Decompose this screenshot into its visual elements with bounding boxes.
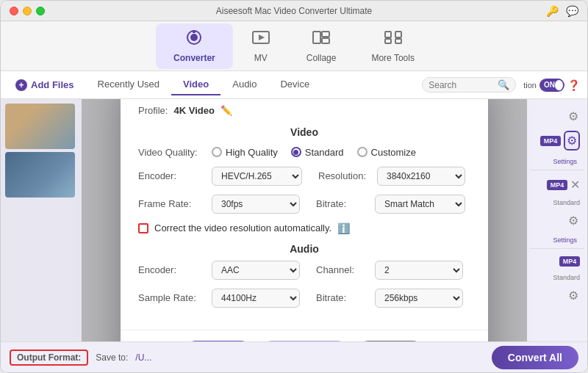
- right-gear-2: ⚙: [530, 284, 584, 307]
- right-row-0: ⚙: [530, 105, 584, 128]
- search-icon: 🔍: [498, 79, 509, 90]
- add-files-button[interactable]: + Add Files: [8, 76, 82, 94]
- toggle-knob: [555, 80, 563, 90]
- help-icon: ❓: [567, 79, 580, 91]
- profile-value: 4K Video: [173, 105, 214, 116]
- audio-bitrate-label: Bitrate:: [316, 292, 368, 303]
- samplerate-bitrate-row: Sample Rate: 44100Hz 22050Hz Bitrate: 25…: [138, 289, 470, 308]
- converter-icon: [184, 29, 204, 50]
- radio-high-quality[interactable]: High Quality: [212, 147, 278, 158]
- quality-label: Video Quality:: [138, 147, 204, 158]
- radio-high-circle: [212, 147, 222, 157]
- search-box: 🔍: [422, 77, 516, 93]
- format-badge-2: MP4: [559, 256, 580, 267]
- traffic-lights: [10, 7, 45, 15]
- gear-btn-highlighted[interactable]: ⚙: [564, 131, 580, 151]
- collage-icon: [311, 29, 331, 50]
- encoder-select[interactable]: HEVC/H.265 H.264: [212, 167, 302, 186]
- right-row-2: MP4: [530, 253, 584, 269]
- quality-row: Video Quality: High Quality: [138, 147, 470, 158]
- x-btn-1[interactable]: ✕: [570, 178, 580, 192]
- message-icon: 💬: [566, 5, 578, 17]
- radio-standard-circle: [291, 147, 301, 157]
- title-icons: 🔑 💬: [546, 5, 578, 17]
- right-format-0: MP4 ⚙: [530, 128, 584, 153]
- close-button[interactable]: [10, 7, 18, 15]
- output-format-label: Output Format:: [17, 352, 81, 363]
- samplerate-select[interactable]: 44100Hz 22050Hz: [212, 289, 300, 308]
- modal-body: Profile: 4K Video ✏️ Video Video Quality…: [121, 99, 488, 330]
- save-to-label: Save to:: [96, 352, 128, 363]
- more-tools-icon: [383, 29, 404, 50]
- modal-overlay: Edit Profile Profile: 4K Video ✏️ Video: [82, 99, 527, 341]
- settings-link-1[interactable]: Settings: [553, 236, 580, 244]
- tab-recently-used[interactable]: Recently Used: [86, 74, 172, 95]
- checkbox-label: Correct the video resolution automatical…: [154, 222, 331, 233]
- audio-bitrate-select[interactable]: 256kbps 128kbps: [375, 289, 463, 308]
- toolbar-more-tools[interactable]: More Tools: [354, 23, 431, 69]
- radio-customize[interactable]: Customize: [357, 147, 416, 158]
- toolbar-collage[interactable]: Collage: [289, 23, 354, 69]
- convert-all-button[interactable]: Convert All: [492, 346, 578, 369]
- tab-audio[interactable]: Audio: [220, 74, 268, 95]
- thumbnail-1[interactable]: [5, 104, 75, 149]
- mv-label: MV: [254, 53, 268, 63]
- framerate-label: Frame Rate:: [138, 198, 204, 209]
- thumbnail-2[interactable]: [5, 152, 75, 198]
- encoder-label: Encoder:: [138, 170, 204, 181]
- right-panel: ⚙ MP4 ⚙ Settings MP4 ✕ Standard ⚙ Settin…: [527, 99, 587, 341]
- tab-video[interactable]: Video: [171, 74, 220, 95]
- standard-label-1: Standard: [553, 199, 580, 206]
- app-window: Aiseesoft Mac Video Converter Ultimate 🔑…: [0, 0, 588, 373]
- create-new-button[interactable]: Create New: [261, 341, 348, 342]
- audio-section-title: Audio: [138, 243, 470, 255]
- resolution-select[interactable]: 3840x2160 1920x1080: [377, 167, 465, 186]
- resolution-label: Resolution:: [318, 170, 370, 181]
- window-title: Aiseesoft Mac Video Converter Ultimate: [216, 6, 373, 16]
- accel-toggle[interactable]: tion ON ❓: [523, 79, 580, 92]
- tab-bar: + Add Files Recently Used Video Audio De…: [1, 71, 587, 99]
- profile-row: Profile: 4K Video ✏️: [138, 105, 470, 116]
- modal-footer: Default Create New Cancel: [121, 330, 488, 342]
- search-input[interactable]: [429, 80, 495, 90]
- add-files-label: Add Files: [31, 79, 74, 90]
- center-content: ➡ Edit Profile Profile: 4K Video ✏️: [82, 99, 527, 341]
- auto-correct-checkbox[interactable]: [138, 223, 148, 233]
- radio-customize-circle: [357, 147, 368, 157]
- toolbar-converter[interactable]: Converter: [156, 23, 233, 69]
- gear-btn-1[interactable]: ⚙: [567, 212, 580, 229]
- audio-encoder-row: Encoder: AAC MP3 Channel: 2 1: [138, 261, 470, 280]
- toggle-on-label: ON: [544, 81, 555, 89]
- svg-marker-4: [259, 35, 265, 40]
- settings-link-0[interactable]: Settings: [553, 158, 580, 165]
- gear-btn-2[interactable]: ⚙: [567, 287, 580, 304]
- save-path: /U...: [135, 352, 151, 363]
- tab-device[interactable]: Device: [268, 74, 321, 95]
- left-panel: [1, 99, 82, 341]
- svg-rect-8: [385, 32, 391, 37]
- toolbar-mv[interactable]: MV: [233, 23, 289, 69]
- cancel-button[interactable]: Cancel: [357, 341, 424, 342]
- main-content: ➡ Edit Profile Profile: 4K Video ✏️: [1, 99, 587, 341]
- minimize-button[interactable]: [23, 7, 32, 15]
- audio-encoder-label: Encoder:: [138, 264, 204, 275]
- channel-select[interactable]: 2 1: [375, 261, 463, 280]
- default-button[interactable]: Default: [184, 341, 252, 342]
- gear-btn-0[interactable]: ⚙: [567, 108, 580, 125]
- svg-rect-7: [322, 38, 329, 43]
- profile-label: Profile:: [138, 105, 168, 116]
- svg-rect-9: [395, 32, 401, 37]
- maximize-button[interactable]: [36, 7, 45, 15]
- audio-encoder-select[interactable]: AAC MP3: [212, 261, 300, 280]
- right-gear-1: ⚙: [530, 209, 584, 232]
- collage-label: Collage: [306, 53, 337, 63]
- radio-standard[interactable]: Standard: [291, 147, 344, 158]
- framerate-select[interactable]: 30fps 24fps: [212, 195, 300, 214]
- edit-profile-modal: Edit Profile Profile: 4K Video ✏️ Video: [121, 99, 488, 341]
- toolbar: Converter MV Collage: [1, 21, 587, 71]
- bottom-bar: Output Format: Save to: /U... Convert Al…: [1, 341, 587, 372]
- bitrate-select[interactable]: Smart Match 1000kbps: [375, 195, 465, 214]
- converter-label: Converter: [173, 53, 215, 63]
- edit-icon[interactable]: ✏️: [220, 105, 232, 116]
- accel-label: tion: [523, 81, 537, 90]
